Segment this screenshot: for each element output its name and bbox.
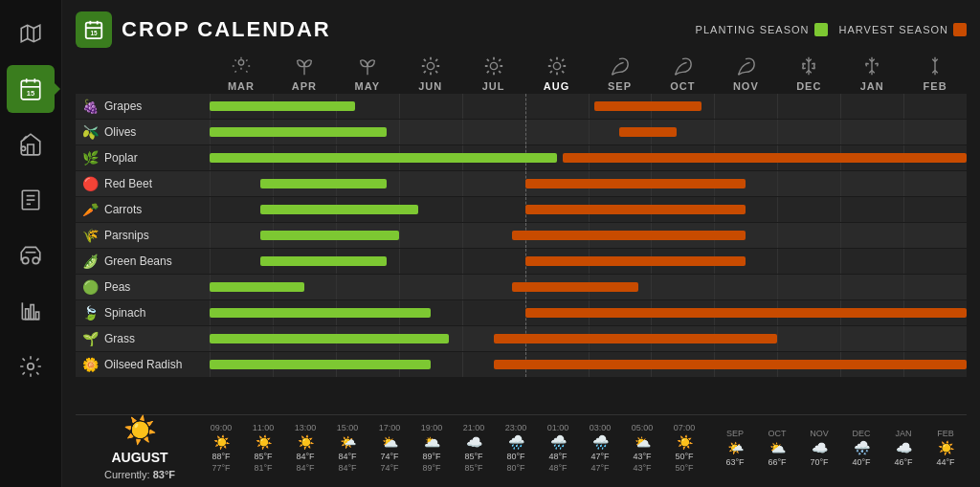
bar-cell-month-11 [903, 94, 967, 119]
bar-cell-month-8 [714, 223, 777, 248]
weather-future-sep: SEP 🌤️ 63°F [714, 429, 756, 467]
weather-range: 84°F [338, 463, 356, 473]
harvest-color-swatch [953, 23, 967, 36]
bar-cell-month-2 [336, 300, 399, 325]
weather-range: 81°F [254, 463, 272, 473]
bar-cell-month-5 [525, 275, 589, 299]
autumn-icon-sep [589, 55, 652, 77]
crop-label-spinach: 🍃Spinach [76, 305, 210, 321]
svg-rect-17 [31, 305, 33, 320]
weather-condition-icon: ☀️ [298, 434, 314, 450]
bar-cell-month-7 [651, 197, 714, 222]
crop-label-carrots: 🥕Carrots [76, 202, 210, 217]
crop-icon: 🌼 [81, 357, 99, 372]
weather-range: 89°F [422, 463, 440, 473]
hour-label: 19:00 [421, 423, 443, 432]
bar-cell-month-6 [589, 326, 652, 351]
bar-cell-month-5 [525, 249, 589, 274]
bar-cell-month-4 [462, 120, 525, 144]
weather-hour-6: 21:00 ☁️ 85°F 85°F [453, 423, 495, 473]
future-weather-icon: ☁️ [812, 440, 828, 455]
bar-cell-month-7 [651, 352, 714, 377]
bar-cell-month-5 [525, 94, 589, 119]
bar-cell-month-10 [840, 223, 903, 248]
hour-label: 13:00 [295, 423, 317, 432]
month-header-oct: OCT [651, 80, 714, 92]
bar-cell-month-6 [589, 352, 652, 377]
future-weather-icon: 🌤️ [727, 440, 744, 455]
future-month-label: DEC [852, 429, 870, 438]
bar-cell-month-9 [777, 300, 840, 325]
harvest-label: HARVEST SEASON [839, 24, 948, 35]
bar-cell-month-7 [651, 275, 714, 299]
bar-cell-month-3 [399, 300, 462, 325]
bar-cell-month-2 [336, 197, 399, 222]
month-header-sep: SEP [589, 80, 652, 92]
header: 15 CROP CALENDAR PLANTING SEASON HARVEST… [76, 11, 967, 48]
weather-condition-icon: ⛅ [382, 434, 398, 450]
bar-grid [210, 300, 967, 325]
legend: PLANTING SEASON HARVEST SEASON [696, 23, 967, 36]
svg-rect-16 [26, 309, 29, 320]
weather-temp: 84°F [296, 452, 314, 461]
bar-cell-month-8 [714, 171, 777, 196]
bar-cell-month-10 [840, 326, 903, 351]
sidebar-item-map[interactable] [7, 10, 55, 57]
bar-cell-month-11 [903, 197, 967, 222]
sidebar-item-reports[interactable] [7, 176, 55, 224]
weather-condition-icon: ☀️ [213, 434, 230, 450]
bar-cell-month-4 [462, 171, 525, 196]
bar-cell-month-7 [651, 326, 714, 351]
sidebar-item-calendar[interactable]: 15 [7, 65, 55, 113]
weather-hour-11: 07:00 ☀️ 50°F 50°F [663, 423, 705, 473]
hour-label: 23:00 [505, 423, 527, 432]
bar-cell-month-1 [273, 223, 336, 248]
hour-label: 09:00 [211, 423, 233, 432]
bar-cell-month-3 [399, 120, 462, 144]
bar-cell-month-5 [525, 352, 589, 377]
future-temp: 40°F [852, 457, 870, 467]
month-header-jan: JAN [840, 80, 903, 92]
planting-legend: PLANTING SEASON [696, 23, 828, 36]
weather-sun-icon: ☀️ [123, 414, 157, 446]
bar-cell-month-0 [210, 300, 273, 325]
sidebar-item-analytics[interactable] [7, 287, 55, 335]
weather-future-dec: DEC 🌨️ 40°F [840, 429, 882, 467]
sidebar-item-machinery[interactable] [7, 232, 55, 279]
hour-label: 07:00 [674, 423, 696, 432]
weather-range: 77°F [212, 463, 230, 473]
table-row: 🍇Grapes [76, 94, 967, 119]
future-temp: 44°F [936, 457, 954, 467]
hour-label: 15:00 [337, 423, 359, 432]
summer-icon-aug [525, 55, 589, 77]
weather-hour-9: 03:00 🌧️ 47°F 47°F [579, 423, 621, 473]
weather-temp: 47°F [590, 452, 609, 461]
crop-label-green-beans: 🫛Green Beans [76, 254, 210, 269]
crop-icon: 🍃 [81, 305, 99, 321]
bar-cell-month-10 [840, 249, 903, 274]
bar-cell-month-6 [589, 171, 652, 196]
bar-cell-month-4 [462, 300, 525, 325]
bar-cell-month-6 [589, 145, 652, 170]
bar-grid [210, 249, 967, 274]
bar-cell-month-7 [651, 171, 714, 196]
bar-cell-month-9 [777, 120, 840, 144]
crop-name: Poplar [104, 151, 138, 165]
bar-cell-month-0 [210, 120, 273, 144]
sidebar-item-farm[interactable] [7, 121, 55, 168]
sidebar-item-settings[interactable] [7, 343, 55, 390]
bar-cell-month-2 [336, 352, 399, 377]
crop-name: Red Beet [104, 177, 152, 190]
bar-cell-month-4 [462, 352, 525, 377]
bar-cell-month-3 [399, 326, 462, 351]
harvest-legend: HARVEST SEASON [839, 23, 967, 36]
bar-cell-month-1 [273, 352, 336, 377]
future-weather-icon: 🌨️ [854, 440, 870, 455]
bar-cell-month-10 [840, 171, 903, 196]
bar-cell-month-11 [903, 352, 967, 377]
table-row: 🌱Grass [76, 326, 967, 351]
weather-hour-1: 11:00 ☀️ 85°F 81°F [242, 423, 284, 473]
bar-cell-month-2 [336, 171, 399, 196]
crop-bar-area [210, 326, 967, 351]
bar-grid [210, 223, 967, 248]
